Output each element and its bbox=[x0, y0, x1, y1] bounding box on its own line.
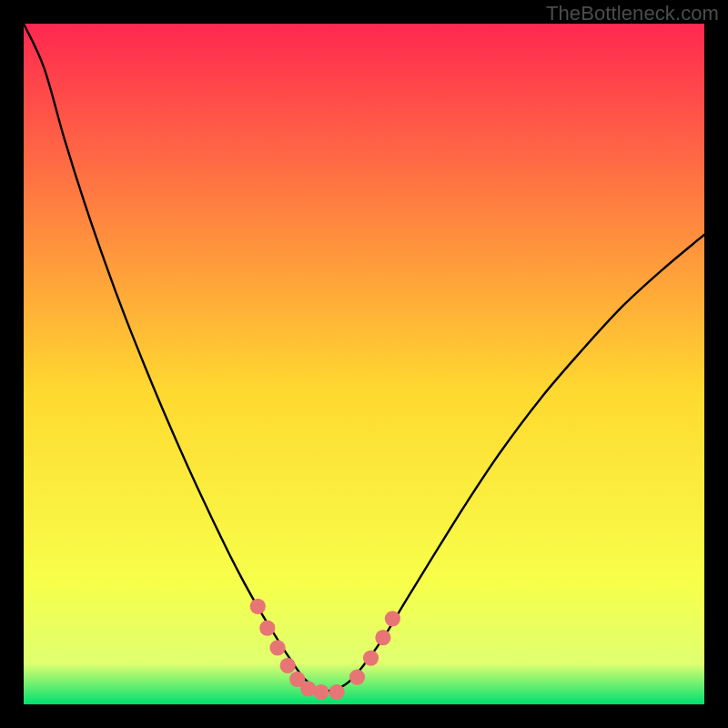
marker-dot bbox=[250, 599, 266, 614]
marker-dot bbox=[375, 630, 390, 645]
marker-dot bbox=[280, 658, 296, 673]
chart-plot-area bbox=[24, 24, 704, 704]
marker-dot bbox=[313, 684, 329, 700]
marker-dot bbox=[363, 651, 379, 666]
gradient-bg bbox=[24, 24, 704, 704]
marker-dot bbox=[385, 611, 400, 626]
marker-dot bbox=[349, 670, 365, 685]
marker-dot bbox=[329, 684, 345, 700]
marker-dot bbox=[269, 640, 285, 655]
chart-frame: TheBottleneck.com bbox=[0, 0, 728, 728]
chart-svg bbox=[24, 24, 704, 704]
marker-dot bbox=[259, 621, 275, 636]
watermark-text: TheBottleneck.com bbox=[546, 2, 719, 25]
